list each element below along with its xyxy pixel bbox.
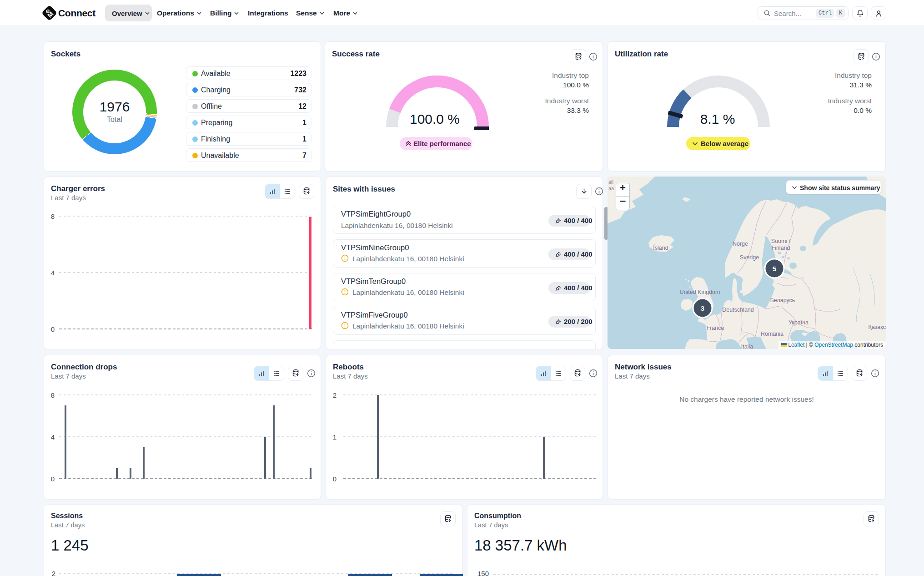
svg-text:Finland: Finland <box>772 245 790 251</box>
svg-text:Қазақс: Қазақс <box>869 324 886 330</box>
svg-text:3: 3 <box>701 304 704 312</box>
svg-text:România: România <box>761 331 783 337</box>
svg-text:Україна: Україна <box>788 319 808 326</box>
svg-text:Беларусь: Беларусь <box>770 297 795 303</box>
svg-text:United Kingdom: United Kingdom <box>680 289 720 295</box>
svg-text:Deutschland: Deutschland <box>722 307 754 313</box>
svg-text:all: all <box>608 179 613 185</box>
svg-text:Suomi /: Suomi / <box>771 238 791 244</box>
svg-text:Norge: Norge <box>733 241 748 247</box>
svg-text:Ísland: Ísland <box>653 244 668 251</box>
svg-text:5: 5 <box>773 265 776 273</box>
svg-text:Sverige: Sverige <box>740 254 759 261</box>
svg-text:Italia: Italia <box>741 344 753 349</box>
svg-text:aa: aa <box>608 186 614 191</box>
svg-text:France: France <box>707 325 724 331</box>
